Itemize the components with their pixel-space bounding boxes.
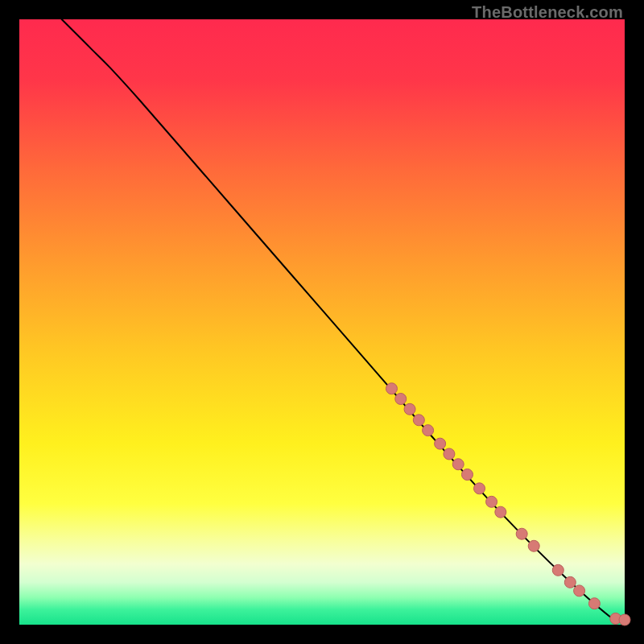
data-point — [588, 598, 600, 609]
data-point — [386, 383, 397, 394]
chart-overlay — [19, 19, 625, 625]
data-point — [404, 403, 415, 415]
data-point — [444, 448, 455, 460]
data-point — [486, 496, 497, 507]
data-point — [574, 585, 585, 597]
data-point — [552, 564, 564, 576]
data-point — [435, 438, 446, 449]
data-point — [395, 394, 407, 405]
bottleneck-curve — [62, 19, 625, 622]
data-point — [423, 425, 434, 436]
data-markers — [386, 383, 630, 625]
data-point — [495, 506, 506, 518]
plot-area — [19, 19, 625, 625]
data-point — [452, 459, 464, 470]
data-point — [619, 614, 630, 625]
data-point — [413, 415, 424, 426]
data-point — [564, 576, 576, 588]
data-point — [461, 469, 473, 481]
watermark-text: TheBottleneck.com — [472, 3, 623, 22]
data-point — [516, 528, 527, 539]
data-point — [528, 540, 539, 551]
chart-stage: TheBottleneck.com — [0, 0, 644, 644]
data-point — [474, 483, 485, 494]
